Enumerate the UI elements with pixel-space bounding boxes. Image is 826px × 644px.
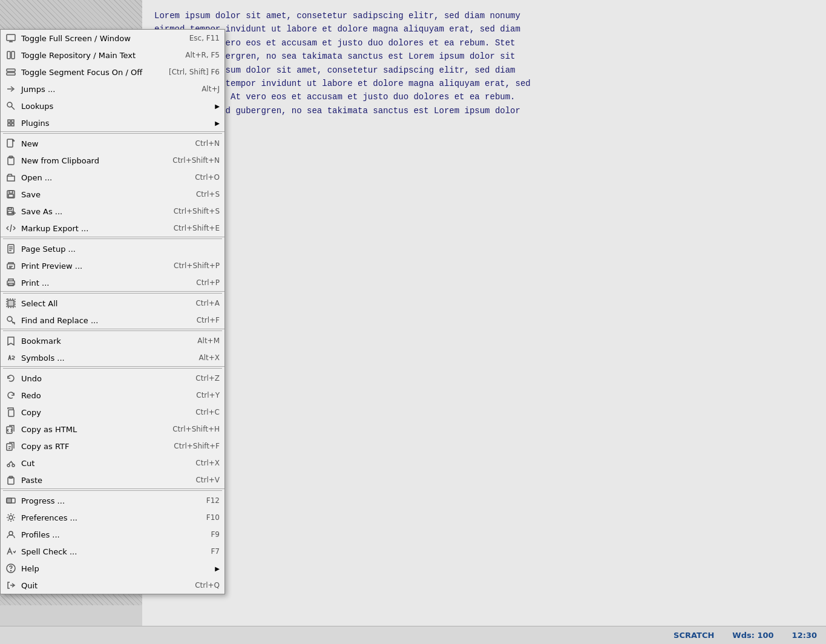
menu-shortcut-preferences: F10 [206, 513, 220, 522]
menu-item-copy-html[interactable]: Copy as HTMLCtrl+Shift+H [1, 421, 225, 438]
menu-shortcut-profiles: F9 [211, 530, 220, 539]
menu-item-toggle-segment[interactable]: Toggle Segment Focus On / Off[Ctrl, Shif… [1, 64, 225, 80]
wds-label: Wds: 100 [732, 631, 773, 640]
menu-item-new-clipboard[interactable]: New from ClipboardCtrl+Shift+N [1, 152, 225, 169]
menu-shortcut-new: Ctrl+N [195, 139, 220, 148]
redo-icon [4, 389, 18, 401]
menu-item-quit[interactable]: QuitCtrl+Q [1, 577, 225, 594]
menu-label-spell-check: Spell Check ... [21, 547, 198, 556]
menu-shortcut-toggle-segment: [Ctrl, Shift] F6 [169, 68, 220, 76]
menu-label-undo: Undo [21, 374, 183, 383]
menu-shortcut-select-all: Ctrl+A [195, 299, 220, 307]
paste-icon [4, 474, 18, 486]
svg-rect-9 [8, 120, 10, 122]
menu-item-spell-check[interactable]: Spell Check ...F7 [1, 543, 225, 560]
svg-point-53 [11, 571, 11, 571]
menu-shortcut-print: Ctrl+P [196, 278, 220, 287]
divider-after-plugins [3, 133, 222, 134]
menu-label-bookmark: Bookmark [21, 337, 185, 346]
spell-check-icon [4, 545, 18, 557]
menu-label-cut: Cut [21, 459, 183, 468]
svg-rect-24 [8, 211, 12, 214]
menu-item-symbols[interactable]: Symbols ...Alt+X [1, 349, 225, 367]
menu-item-bookmark[interactable]: BookmarkAlt+M [1, 332, 225, 349]
preferences-icon [4, 511, 18, 524]
select-all-icon [4, 297, 18, 309]
menu-item-paste[interactable]: PasteCtrl+V [1, 472, 225, 489]
print-preview-icon [4, 260, 18, 272]
main-text-area: Lorem ipsum dolor sit amet, consetetur s… [142, 0, 826, 626]
menu-item-select-all[interactable]: Select AllCtrl+A [1, 295, 225, 312]
menu-shortcut-jumps: Alt+J [202, 85, 220, 93]
menu-item-plugins[interactable]: Plugins▶ [1, 114, 225, 132]
menu-item-cut[interactable]: CutCtrl+X [1, 455, 225, 472]
menu-item-save-as[interactable]: Save As ...Ctrl+Shift+S [1, 203, 225, 220]
menu-shortcut-toggle-fullscreen: Esc, F11 [189, 34, 220, 42]
menu-item-jumps[interactable]: Jumps ...Alt+J [1, 80, 225, 97]
menu-item-copy[interactable]: CopyCtrl+C [1, 404, 225, 421]
menu-item-help[interactable]: Help▶ [1, 560, 225, 577]
menu-label-select-all: Select All [21, 299, 183, 308]
menu-item-open[interactable]: Open ...Ctrl+O [1, 169, 225, 186]
menu-item-save[interactable]: SaveCtrl+S [1, 186, 225, 203]
menu-shortcut-undo: Ctrl+Z [195, 374, 220, 383]
profiles-icon [4, 528, 18, 540]
menu-label-new: New [21, 139, 183, 148]
menu-item-toggle-fullscreen[interactable]: Toggle Full Screen / WindowEsc, F11 [1, 30, 225, 47]
new-icon [4, 137, 18, 150]
find-replace-icon [4, 314, 18, 326]
svg-point-43 [7, 464, 10, 467]
repo-icon [4, 49, 18, 61]
menu-item-new[interactable]: NewCtrl+N [1, 135, 225, 152]
scratch-label: SCRATCH [674, 631, 714, 640]
menu-label-lookups: Lookups [21, 102, 210, 111]
svg-point-50 [9, 531, 13, 535]
menu-item-progress[interactable]: Progress ...F12 [1, 492, 225, 509]
menu-item-preferences[interactable]: Preferences ...F10 [1, 509, 225, 526]
menu-item-redo[interactable]: RedoCtrl+Y [1, 387, 225, 404]
menu-item-lookups[interactable]: Lookups▶ [1, 97, 225, 114]
menu-item-print-preview[interactable]: Print Preview ...Ctrl+Shift+P [1, 257, 225, 274]
menu-item-undo[interactable]: UndoCtrl+Z [1, 370, 225, 387]
menu-label-page-setup: Page Setup ... [21, 245, 220, 254]
quit-icon [4, 579, 18, 591]
segment-icon [4, 66, 18, 78]
menu-item-page-setup[interactable]: Page Setup ... [1, 240, 225, 257]
new-clipboard-icon [4, 154, 18, 166]
time-label: 12:30 [792, 631, 817, 640]
symbols-icon [4, 352, 18, 364]
menu-label-progress: Progress ... [21, 496, 194, 505]
save-as-icon [4, 205, 18, 217]
menu-shortcut-copy: Ctrl+C [195, 408, 220, 416]
menu-shortcut-new-clipboard: Ctrl+Shift+N [172, 156, 220, 165]
svg-line-25 [10, 225, 11, 232]
svg-rect-11 [8, 123, 10, 126]
menu-shortcut-save: Ctrl+S [196, 190, 220, 199]
menu-shortcut-progress: F12 [206, 496, 220, 505]
menu-item-copy-rtf[interactable]: Copy as RTFCtrl+Shift+F [1, 438, 225, 455]
svg-point-49 [9, 516, 13, 519]
bookmark-icon [4, 335, 18, 347]
menu-shortcut-quit: Ctrl+Q [195, 581, 220, 590]
save-icon [4, 188, 18, 200]
svg-rect-48 [7, 498, 11, 503]
menu-item-toggle-repository[interactable]: Toggle Repository / Main TextAlt+R, F5 [1, 47, 225, 64]
menu-item-find-replace[interactable]: Find and Replace ...Ctrl+F [1, 312, 225, 329]
dropdown-menu: Toggle Full Screen / WindowEsc, F11Toggl… [0, 29, 225, 594]
menu-label-copy: Copy [21, 408, 183, 417]
menu-label-save: Save [21, 190, 184, 199]
menu-item-markup-export[interactable]: Markup Export ...Ctrl+Shift+E [1, 220, 225, 237]
page-setup-icon [4, 243, 18, 255]
menu-label-jumps: Jumps ... [21, 85, 189, 94]
menu-item-profiles[interactable]: Profiles ...F9 [1, 526, 225, 543]
jump-icon [4, 83, 18, 95]
menu-item-print[interactable]: Print ...Ctrl+P [1, 274, 225, 292]
svg-rect-5 [7, 69, 15, 71]
copy-icon [4, 406, 18, 418]
svg-line-8 [11, 107, 15, 110]
svg-rect-17 [8, 157, 14, 165]
svg-rect-3 [7, 51, 10, 59]
menu-label-markup-export: Markup Export ... [21, 224, 162, 233]
print-icon [4, 277, 18, 289]
svg-rect-40 [8, 410, 14, 416]
